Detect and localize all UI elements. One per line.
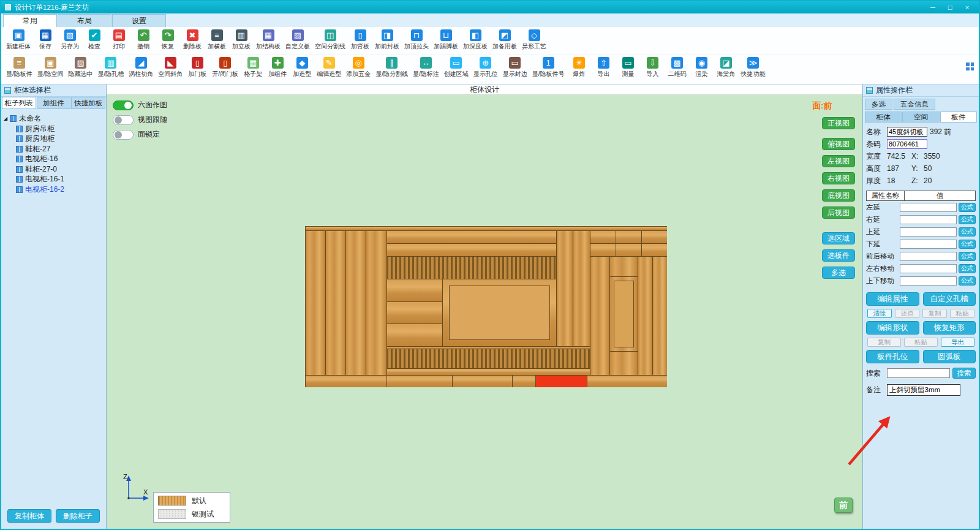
view-button[interactable]: 正视图: [822, 117, 855, 129]
material-legend-item[interactable]: 默认: [158, 495, 225, 506]
name-input[interactable]: [887, 127, 927, 137]
toolbar-button[interactable]: ∥ 显/隐分割线: [373, 55, 410, 78]
toolbar-button[interactable]: ▨ 隐藏选中: [66, 55, 96, 78]
selection-button[interactable]: 选板件: [822, 249, 855, 262]
toolbar-button[interactable]: ▭ 创建区域: [442, 55, 471, 78]
formula-button[interactable]: 公式: [959, 252, 976, 261]
property-tab[interactable]: 板件: [940, 112, 977, 123]
toggle-switch[interactable]: [113, 115, 134, 125]
toolbar-button[interactable]: ▩ 二维码: [665, 55, 689, 78]
view-button[interactable]: 底视图: [822, 189, 855, 202]
toolbar-button[interactable]: ▯ 加背板: [348, 28, 372, 51]
property-value-input[interactable]: [900, 276, 957, 286]
property-tab[interactable]: 柜体: [865, 112, 902, 123]
small-action-button[interactable]: 粘贴: [904, 338, 938, 347]
toolbar-button[interactable]: ▥ 加立板: [229, 28, 254, 51]
formula-button[interactable]: 公式: [959, 227, 976, 237]
tree-item[interactable]: 电视柜-16-1: [4, 175, 104, 185]
copy-cabinet-button[interactable]: 复制柜体: [7, 509, 51, 523]
tree-item[interactable]: 电视柜-16-2: [4, 184, 104, 195]
toolbar-button[interactable]: ≡ 加横板: [205, 28, 229, 51]
toolbar-button[interactable]: ◢ 涡柱切角: [126, 55, 156, 78]
toolbar-button[interactable]: ▯ 加门板: [185, 55, 209, 78]
formula-button[interactable]: 公式: [959, 276, 976, 286]
front-face-badge[interactable]: 前: [834, 498, 853, 513]
toolbar-button[interactable]: ✖ 删除板: [180, 28, 205, 51]
toolbar-button[interactable]: ◪ 海棠角: [714, 55, 738, 78]
toolbar-button[interactable]: ✚ 加组件: [265, 55, 290, 78]
property-tab[interactable]: 空间: [902, 112, 939, 123]
view-button[interactable]: 左视图: [822, 155, 855, 167]
small-action-button[interactable]: 还原: [895, 309, 919, 318]
left-panel-tab[interactable]: 柜子列表: [2, 97, 36, 109]
tree-item[interactable]: 鞋柜-27-0: [4, 164, 104, 175]
canvas-toggle[interactable]: 视图跟随: [113, 115, 167, 125]
property-value-input[interactable]: [900, 264, 957, 273]
toggle-switch[interactable]: [113, 130, 134, 140]
small-action-button[interactable]: 复制: [922, 309, 947, 318]
toggle-switch[interactable]: [113, 100, 134, 110]
canvas-toggle[interactable]: 面锁定: [113, 129, 167, 140]
formula-button[interactable]: 公式: [959, 215, 976, 224]
formula-button[interactable]: 公式: [959, 240, 976, 249]
toolbar-button[interactable]: ▤ 打印: [107, 28, 131, 51]
tree-root[interactable]: ◢ 未命名: [4, 113, 104, 124]
action-button[interactable]: 板件孔位: [866, 350, 919, 363]
toolbar-button[interactable]: ▣ 新建柜体: [4, 28, 33, 51]
action-button[interactable]: 编辑形状: [866, 321, 919, 335]
left-panel-tab[interactable]: 加组件: [37, 97, 71, 109]
toolbar-button[interactable]: ◩ 加备用板: [490, 28, 519, 51]
toolbar-button[interactable]: ⇩ 导入: [640, 55, 665, 78]
toolbar-button[interactable]: ◇ 异形工艺: [519, 28, 549, 51]
search-input[interactable]: [887, 368, 950, 378]
ribbon-tab[interactable]: 设置: [112, 14, 166, 27]
tree-item[interactable]: 电视柜-16: [4, 154, 104, 165]
property-value-input[interactable]: [900, 215, 957, 224]
toolbar-button[interactable]: ◆ 加造型: [290, 55, 314, 78]
toolbar-button[interactable]: ↶ 撤销: [131, 28, 156, 51]
action-button[interactable]: 圆弧板: [923, 350, 976, 363]
material-legend-item[interactable]: 银测试: [158, 509, 225, 520]
toolbar-button[interactable]: ◣ 空间斜角: [156, 55, 185, 78]
view-button[interactable]: 右视图: [822, 172, 855, 184]
property-value-input[interactable]: [900, 203, 957, 212]
search-button[interactable]: 搜索: [952, 368, 976, 379]
action-button[interactable]: 恢复矩形: [923, 321, 976, 335]
toolbar-button[interactable]: ▦ 格子架: [241, 55, 265, 78]
toolbar-button[interactable]: ✔ 检查: [82, 28, 107, 51]
toolbar-button[interactable]: ▣ 显/隐空间: [35, 55, 66, 78]
toolbar-button[interactable]: ▦ 加结构板: [254, 28, 283, 51]
small-action-button[interactable]: 复制: [867, 338, 901, 347]
toolbar-button[interactable]: ≡ 显/隐板件: [4, 55, 35, 78]
small-action-button[interactable]: 清除: [867, 309, 892, 318]
view-button[interactable]: 俯视图: [822, 138, 855, 150]
tree-item[interactable]: 鞋柜-27: [4, 144, 104, 154]
selection-button[interactable]: 多选: [822, 267, 855, 279]
toolbar-button[interactable]: ▭ 测量: [616, 55, 640, 78]
property-tab[interactable]: 五金信息: [894, 99, 935, 110]
toolbar-button[interactable]: 1 显/隐板件号: [530, 55, 567, 78]
toolbar-button[interactable]: ▦ 保存: [33, 28, 58, 51]
barcode-input[interactable]: [887, 139, 927, 149]
toolbar-button[interactable]: ✳ 爆炸: [567, 55, 591, 78]
toolbar-button[interactable]: ▯ 开/闭门板: [209, 55, 241, 78]
toolbar-button[interactable]: ≫ 快捷功能: [738, 55, 767, 78]
tree-item[interactable]: 厨房地柜: [4, 134, 104, 145]
toolbar-button[interactable]: ⊓ 加顶拉头: [402, 28, 431, 51]
small-action-button[interactable]: 粘贴: [950, 309, 974, 318]
action-button[interactable]: 编辑属性: [866, 292, 919, 306]
tree-expand-caret-icon[interactable]: ◢: [4, 116, 7, 121]
toolbar-button[interactable]: ✎ 编辑造型: [314, 55, 344, 78]
toolbar-button[interactable]: ↔ 显/隐标注: [410, 55, 442, 78]
property-value-input[interactable]: [900, 252, 957, 261]
toolbar-button[interactable]: ⊔ 加踢脚板: [431, 28, 461, 51]
formula-button[interactable]: 公式: [959, 203, 976, 212]
canvas-toggle[interactable]: 六面作图: [113, 100, 167, 110]
toolbar-button[interactable]: ↷ 恢复: [156, 28, 180, 51]
ribbon-tab[interactable]: 布局: [58, 14, 111, 27]
ribbon-tab[interactable]: 常用: [3, 14, 57, 27]
cabinet-drawing[interactable]: [305, 226, 667, 389]
toolbar-button[interactable]: ▨ 自定义板: [283, 28, 312, 51]
toolbar-button[interactable]: ⊕ 显示孔位: [471, 55, 500, 78]
toolbar-button[interactable]: ▭ 显示封边: [500, 55, 530, 78]
